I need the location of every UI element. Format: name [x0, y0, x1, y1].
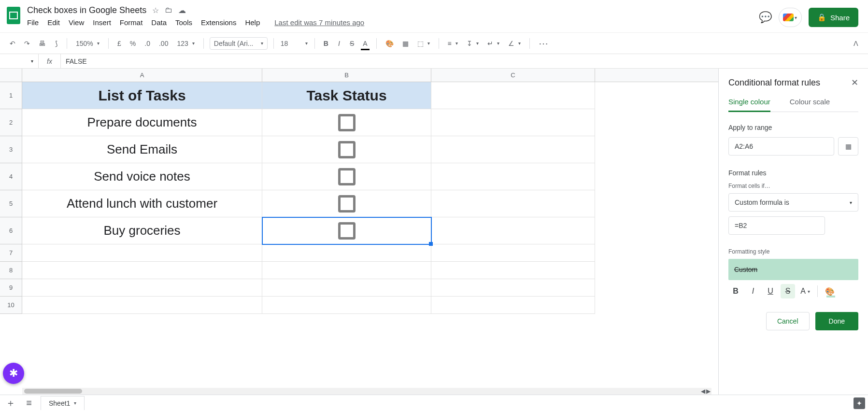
range-input[interactable]: A2:A6 — [728, 137, 834, 156]
cell-A6[interactable]: Buy groceries — [22, 217, 262, 244]
explore-button[interactable]: ✦ — [854, 397, 865, 409]
checkbox-icon[interactable] — [338, 168, 356, 185]
cell-A4[interactable]: Send voice notes — [22, 163, 262, 190]
merge-button[interactable]: ⬚ — [414, 38, 433, 49]
font-size-select[interactable]: 18▾ — [280, 38, 309, 49]
cell-B3[interactable] — [262, 136, 431, 163]
row-header-10[interactable]: 10 — [0, 297, 22, 314]
cell-A2[interactable]: Prepare documents — [22, 109, 262, 136]
undo-icon[interactable]: ↶ — [7, 38, 18, 49]
cell-B1[interactable]: Task Status — [262, 82, 431, 109]
row-header-3[interactable]: 3 — [0, 136, 22, 163]
sheets-logo[interactable] — [4, 6, 23, 25]
more-formats-button[interactable]: 123 — [174, 38, 197, 49]
record-fab[interactable]: ✱ — [3, 363, 24, 384]
cell-C5[interactable] — [431, 190, 595, 217]
comments-icon[interactable]: 💬 — [759, 11, 772, 24]
decrease-decimal-button[interactable]: .0 — [142, 38, 153, 49]
meet-button[interactable]: ▾ — [779, 8, 802, 27]
cell-A5[interactable]: Attend lunch with customer — [22, 190, 262, 217]
col-header-B[interactable]: B — [262, 69, 431, 82]
font-select[interactable]: Default (Ari...▾ — [210, 37, 268, 50]
star-icon[interactable]: ☆ — [152, 6, 159, 15]
all-sheets-button[interactable]: ≡ — [22, 397, 36, 409]
row-header-4[interactable]: 4 — [0, 163, 22, 190]
spreadsheet-grid[interactable]: A B C 1 2 3 4 5 6 7 8 9 10 List of Tasks… — [0, 69, 718, 395]
name-box[interactable]: ▾ — [0, 54, 39, 68]
row-header-8[interactable]: 8 — [0, 262, 22, 279]
menu-data[interactable]: Data — [151, 18, 167, 27]
cell-C2[interactable] — [431, 109, 595, 136]
cloud-icon[interactable]: ☁ — [178, 6, 186, 15]
text-color-button[interactable]: A — [360, 38, 370, 49]
share-button[interactable]: 🔒 Share — [809, 8, 858, 27]
done-button[interactable]: Done — [815, 312, 858, 330]
style-italic-button[interactable]: I — [746, 284, 760, 298]
cancel-button[interactable]: Cancel — [766, 312, 810, 330]
cell-C10[interactable] — [431, 297, 595, 314]
cell-C6[interactable] — [431, 217, 595, 244]
cell-A1[interactable]: List of Tasks — [22, 82, 262, 109]
col-header-C[interactable]: C — [431, 69, 595, 82]
last-edit-link[interactable]: Last edit was 7 minutes ago — [274, 18, 364, 27]
row-header-6[interactable]: 6 — [0, 217, 22, 244]
row-header-7[interactable]: 7 — [0, 244, 22, 262]
zoom-select[interactable]: 150% — [73, 38, 102, 49]
menu-view[interactable]: View — [69, 18, 84, 27]
bold-button[interactable]: B — [321, 38, 331, 49]
cell-B9[interactable] — [262, 279, 431, 297]
cell-A10[interactable] — [22, 297, 262, 314]
menu-file[interactable]: File — [27, 18, 39, 27]
add-sheet-button[interactable]: ＋ — [4, 397, 17, 410]
cell-B4[interactable] — [262, 163, 431, 190]
menu-help[interactable]: Help — [245, 18, 260, 27]
select-range-icon[interactable]: ▦ — [838, 137, 858, 156]
cell-C4[interactable] — [431, 163, 595, 190]
cell-B5[interactable] — [262, 190, 431, 217]
row-header-9[interactable]: 9 — [0, 279, 22, 297]
menu-format[interactable]: Format — [120, 18, 143, 27]
italic-button[interactable]: I — [334, 38, 344, 49]
more-tools-button[interactable]: ⋯ — [536, 36, 552, 51]
formula-field[interactable]: =B2 — [728, 216, 825, 235]
style-strikethrough-button[interactable]: S — [781, 284, 795, 298]
cell-B2[interactable] — [262, 109, 431, 136]
row-header-2[interactable]: 2 — [0, 109, 22, 136]
cell-B7[interactable] — [262, 244, 431, 262]
row-header-5[interactable]: 5 — [0, 190, 22, 217]
style-text-color-button[interactable]: A — [798, 284, 812, 298]
strikethrough-button[interactable]: S — [347, 38, 357, 49]
cell-C7[interactable] — [431, 244, 595, 262]
cell-C8[interactable] — [431, 262, 595, 279]
style-bold-button[interactable]: B — [728, 284, 743, 298]
move-icon[interactable]: 🗀 — [165, 6, 172, 15]
cell-A7[interactable] — [22, 244, 262, 262]
cell-B6-selected[interactable] — [262, 217, 431, 244]
cell-C3[interactable] — [431, 136, 595, 163]
increase-decimal-button[interactable]: .00 — [156, 38, 171, 49]
checkbox-icon[interactable] — [338, 141, 356, 158]
menu-extensions[interactable]: Extensions — [201, 18, 236, 27]
currency-button[interactable]: £ — [114, 38, 124, 49]
close-icon[interactable]: ✕ — [851, 77, 858, 88]
cell-C1[interactable] — [431, 82, 595, 109]
h-align-button[interactable]: ≡ — [445, 38, 461, 49]
rotate-button[interactable]: ∠ — [505, 38, 524, 49]
fill-color-button[interactable]: 🎨 — [383, 38, 397, 49]
borders-button[interactable]: ▦ — [399, 38, 412, 49]
paint-format-icon[interactable]: ⟆ — [51, 38, 61, 49]
print-icon[interactable]: 🖶 — [36, 38, 48, 49]
condition-select[interactable]: Custom formula is▾ — [728, 193, 858, 212]
style-fill-color-button[interactable]: 🎨 — [823, 284, 837, 298]
checkbox-icon[interactable] — [338, 222, 356, 240]
row-header-1[interactable]: 1 — [0, 82, 22, 109]
collapse-toolbar-button[interactable]: ᐱ — [851, 38, 861, 49]
horizontal-scrollbar[interactable]: ◀▶ — [22, 388, 711, 395]
menu-edit[interactable]: Edit — [47, 18, 60, 27]
style-underline-button[interactable]: U — [763, 284, 778, 298]
formula-input[interactable]: FALSE — [61, 57, 87, 65]
tab-colour-scale[interactable]: Colour scale — [790, 98, 830, 112]
percent-button[interactable]: % — [127, 38, 139, 49]
menu-insert[interactable]: Insert — [93, 18, 111, 27]
cell-A3[interactable]: Send Emails — [22, 136, 262, 163]
